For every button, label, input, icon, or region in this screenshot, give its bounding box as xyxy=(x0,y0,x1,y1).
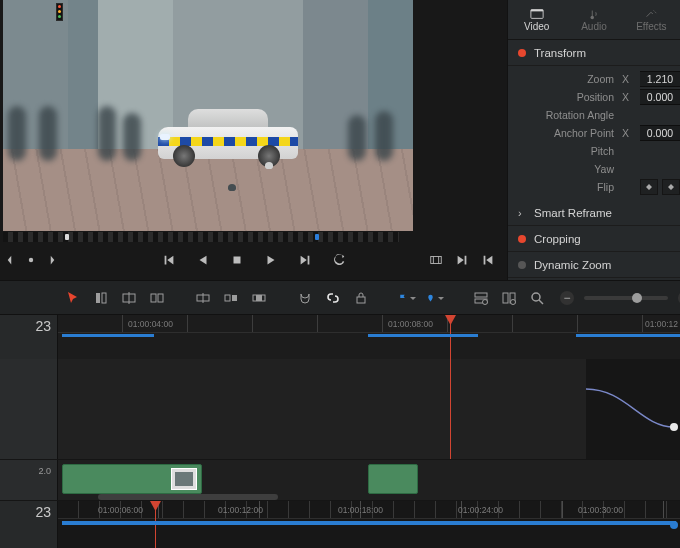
next-angle-icon[interactable] xyxy=(42,253,56,267)
section-transform[interactable]: Transform xyxy=(508,40,680,66)
param-anchor-value[interactable]: 0.000 xyxy=(640,125,680,141)
jog-bar[interactable] xyxy=(3,232,399,242)
insert-button[interactable] xyxy=(194,289,212,307)
svg-point-22 xyxy=(511,299,516,304)
param-pitch-label: Pitch xyxy=(508,145,614,157)
param-rotation-label: Rotation Angle xyxy=(508,109,614,121)
timecode-text: 01:00:08:00 xyxy=(388,319,433,329)
svg-rect-7 xyxy=(102,293,106,303)
flip-h-button[interactable] xyxy=(640,179,658,195)
next-clip-button[interactable] xyxy=(455,253,469,267)
param-yaw-label: Yaw xyxy=(508,163,614,175)
viewer[interactable] xyxy=(3,0,413,231)
section-dynamic-zoom-label: Dynamic Zoom xyxy=(534,259,611,271)
enable-dot-icon[interactable] xyxy=(518,235,526,243)
viewer-image xyxy=(3,0,413,231)
loop-button[interactable] xyxy=(332,253,346,267)
playhead-line[interactable] xyxy=(450,359,451,459)
marker-dot-icon[interactable] xyxy=(24,253,38,267)
timeline-toolbar: − + xyxy=(0,280,680,315)
lower-ruler-scale[interactable]: 01:00:06:00 01:00:12:00 01:00:18:00 01:0… xyxy=(58,501,680,548)
tab-effects[interactable]: Effects xyxy=(623,0,680,40)
section-smart-reframe-label: Smart Reframe xyxy=(534,207,612,219)
flag-menu-button[interactable] xyxy=(398,289,416,307)
svg-rect-20 xyxy=(503,293,508,303)
selection-tool-button[interactable] xyxy=(64,289,82,307)
svg-point-19 xyxy=(483,299,488,304)
tab-effects-label: Effects xyxy=(636,21,666,32)
param-zoom-label: Zoom xyxy=(508,73,614,85)
timeline-view-b-button[interactable] xyxy=(500,289,518,307)
zoom-slider[interactable] xyxy=(584,296,668,300)
overwrite-button[interactable] xyxy=(222,289,240,307)
lower-clip-bar xyxy=(62,521,676,525)
timecode-text: 01:00:24:00 xyxy=(458,505,503,515)
timeline-view-a-button[interactable] xyxy=(472,289,490,307)
match-frame-button[interactable] xyxy=(429,253,443,267)
linked-selection-button[interactable] xyxy=(324,289,342,307)
upper-ruler: 23 01:00:04:00 01:00:08:00 01:00:12 xyxy=(0,315,680,359)
timecode-text: 01:00:30:00 xyxy=(578,505,623,515)
flip-v-button[interactable] xyxy=(662,179,680,195)
play-button[interactable] xyxy=(264,253,278,267)
timecode-text: 01:00:12:00 xyxy=(218,505,263,515)
prev-angle-icon[interactable] xyxy=(6,253,20,267)
upper-ruler-scale[interactable]: 01:00:04:00 01:00:08:00 01:00:12 xyxy=(58,315,680,359)
lower-timeline: 23 01:00:06:00 01:00:12:00 01:00:18:00 0… xyxy=(0,501,680,548)
track-lane[interactable] xyxy=(58,460,680,500)
transform-params: ZoomX1.210 PositionX0.000 Rotation Angle… xyxy=(508,66,680,200)
inspector-tabs: Video Audio Effects xyxy=(508,0,680,40)
section-dynamic-zoom[interactable]: Dynamic Zoom xyxy=(508,252,680,278)
replace-button[interactable] xyxy=(250,289,268,307)
svg-rect-12 xyxy=(225,295,230,301)
param-zoom-value[interactable]: 1.210 xyxy=(640,71,680,87)
timecode-text: 01:00:04:00 xyxy=(128,319,173,329)
track-gain-label: 2.0 xyxy=(38,466,51,476)
zoom-out-button[interactable]: − xyxy=(560,291,574,305)
clip-a[interactable] xyxy=(62,464,202,494)
section-smart-reframe[interactable]: › Smart Reframe xyxy=(508,200,680,226)
svg-rect-17 xyxy=(475,293,487,297)
prev-clip-button[interactable] xyxy=(481,253,495,267)
param-position-label: Position xyxy=(508,91,614,103)
param-position-value[interactable]: 0.000 xyxy=(640,89,680,105)
timecode-text: 01:00:18:00 xyxy=(338,505,383,515)
lock-button[interactable] xyxy=(352,289,370,307)
search-button[interactable] xyxy=(528,289,546,307)
link-tool-button[interactable] xyxy=(148,289,166,307)
upper-ruler-label: 23 xyxy=(0,315,58,359)
clip-b[interactable] xyxy=(368,464,418,494)
svg-rect-9 xyxy=(151,294,156,302)
timecode-text: 01:00:12 xyxy=(645,319,678,329)
curve-editor[interactable] xyxy=(586,359,680,459)
last-frame-button[interactable] xyxy=(298,253,312,267)
svg-rect-16 xyxy=(357,297,365,303)
marker-menu-button[interactable] xyxy=(426,289,444,307)
track-scrollbar[interactable] xyxy=(98,494,278,500)
snap-button[interactable] xyxy=(296,289,314,307)
jog-handle-out[interactable] xyxy=(315,234,319,240)
svg-rect-13 xyxy=(232,295,237,301)
blade-tool-button[interactable] xyxy=(120,289,138,307)
tab-audio[interactable]: Audio xyxy=(565,0,622,40)
trim-tool-button[interactable] xyxy=(92,289,110,307)
section-cropping[interactable]: Cropping xyxy=(508,226,680,252)
play-reverse-button[interactable] xyxy=(196,253,210,267)
enable-dot-off-icon[interactable] xyxy=(518,261,526,269)
stop-button[interactable] xyxy=(230,253,244,267)
keyframe-area xyxy=(0,359,680,459)
svg-rect-10 xyxy=(158,294,163,302)
svg-rect-4 xyxy=(531,9,543,11)
timecode-text: 01:00:06:00 xyxy=(98,505,143,515)
first-frame-button[interactable] xyxy=(162,253,176,267)
jog-handle-in[interactable] xyxy=(65,234,69,240)
param-position-axis: X xyxy=(622,91,632,103)
tab-audio-label: Audio xyxy=(581,21,607,32)
tab-video[interactable]: Video xyxy=(508,0,565,40)
svg-point-24 xyxy=(670,423,678,431)
svg-rect-6 xyxy=(96,293,100,303)
zoom-thumb[interactable] xyxy=(632,293,642,303)
transport-bar xyxy=(0,242,507,277)
keyframe-canvas[interactable] xyxy=(58,359,680,459)
enable-dot-icon[interactable] xyxy=(518,49,526,57)
